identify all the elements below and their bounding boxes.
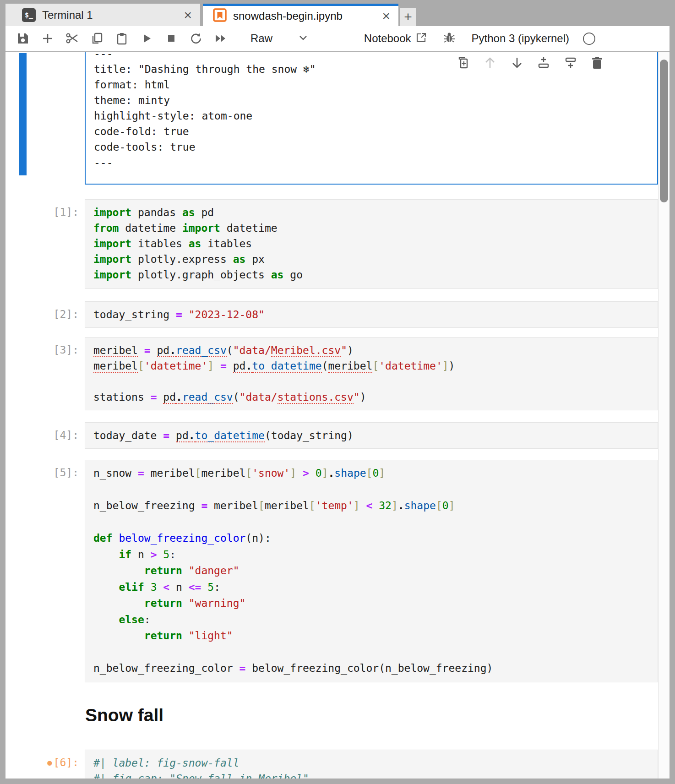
scrollbar-thumb[interactable] <box>660 60 668 202</box>
tab-notebook-label: snowdash-begin.ipynb <box>233 10 343 22</box>
cut-cells-button[interactable] <box>65 32 79 45</box>
markdown-heading[interactable]: Snow fall <box>85 705 163 725</box>
kernel-status-indicator[interactable] <box>583 33 595 45</box>
tab-terminal-label: Terminal 1 <box>42 9 93 22</box>
insert-above-icon <box>537 56 550 69</box>
chevron-down-icon[interactable] <box>299 34 307 43</box>
input-prompt: [3]: <box>5 342 79 358</box>
debugger-bug-icon[interactable] <box>443 32 455 45</box>
cell-toolbar <box>457 54 604 71</box>
scrollbar-track[interactable] <box>658 52 670 779</box>
code-cell-1-content: import pandas as pdfrom datetime import … <box>93 205 649 283</box>
cell-collapser[interactable] <box>19 53 27 175</box>
terminal-icon: $_ <box>22 8 36 22</box>
insert-cell-below-button[interactable] <box>564 56 577 70</box>
code-cell-5-content: n_snow = meribel[meribel['snow'] > 0].sh… <box>93 465 649 677</box>
duplicate-cell-button[interactable] <box>457 56 470 70</box>
kernel-name-button[interactable]: Python 3 (ipykernel) <box>472 32 569 45</box>
scissors-icon <box>65 32 79 45</box>
code-cell-4[interactable]: today_date = pd.to_datetime(today_string… <box>85 422 658 449</box>
move-cell-down-button[interactable] <box>510 56 524 70</box>
restart-icon <box>190 32 202 45</box>
notebook-view-button[interactable]: Notebook <box>364 32 411 45</box>
input-prompt-dirty: ●[6]: <box>5 755 79 770</box>
notebook-scroll-area: ---title: "Dashing through the snow ❄"fo… <box>5 52 670 779</box>
move-cell-up-button[interactable] <box>483 56 497 70</box>
close-tab-icon[interactable]: × <box>184 8 192 22</box>
input-prompt: [2]: <box>5 306 79 322</box>
code-cell-2-content: today_string = "2023-12-08" <box>93 307 649 322</box>
input-prompt: [1]: <box>5 204 79 220</box>
restart-run-all-button[interactable] <box>214 32 228 45</box>
paste-icon <box>115 32 128 45</box>
fast-forward-icon <box>214 32 227 45</box>
insert-below-icon <box>564 56 577 69</box>
trash-icon <box>591 56 603 69</box>
close-tab-icon[interactable]: × <box>382 9 390 23</box>
add-cell-button[interactable] <box>41 32 54 45</box>
duplicate-cell-icon <box>457 56 470 69</box>
run-button[interactable] <box>140 32 153 45</box>
input-prompt: [4]: <box>5 427 79 443</box>
code-cell-3[interactable]: meribel = pd.read_csv("data/Meribel.csv"… <box>85 337 658 410</box>
input-prompt: [5]: <box>5 465 79 480</box>
raw-cell-editor[interactable]: ---title: "Dashing through the snow ❄"fo… <box>85 52 658 185</box>
code-cell-5[interactable]: n_snow = meribel[meribel['snow'] > 0].sh… <box>85 460 658 682</box>
toolbar-right-group: Notebook Python 3 (ipykernel) <box>364 32 670 45</box>
code-cell-2[interactable]: today_string = "2023-12-08" <box>85 301 658 328</box>
save-button[interactable] <box>16 32 30 45</box>
plus-icon <box>41 32 54 45</box>
insert-cell-above-button[interactable] <box>537 56 550 70</box>
interrupt-kernel-button[interactable] <box>164 32 178 45</box>
code-cell-3-content: meribel = pd.read_csv("data/Meribel.csv"… <box>93 343 649 405</box>
code-cell-6-content: #| label: fig-snow-fall#| fig-cap: "Snow… <box>93 755 649 779</box>
copy-cells-button[interactable] <box>90 32 104 45</box>
delete-cell-button[interactable] <box>590 56 604 70</box>
stop-icon <box>165 33 177 44</box>
tab-terminal[interactable]: $_ Terminal 1 × <box>5 4 200 26</box>
notebook-file-icon <box>213 8 227 24</box>
arrow-down-icon <box>511 56 523 69</box>
cell-type-dropdown-value[interactable]: Raw <box>250 32 272 45</box>
modified-cell-dot: ● <box>47 758 52 767</box>
code-cell-1[interactable]: import pandas as pdfrom datetime import … <box>85 199 658 289</box>
restart-kernel-button[interactable] <box>189 32 203 45</box>
tab-notebook-active[interactable]: snowdash-begin.ipynb × <box>203 4 398 26</box>
paste-cells-button[interactable] <box>115 32 129 45</box>
arrow-up-icon <box>484 56 496 69</box>
run-icon <box>141 33 152 44</box>
code-cell-6[interactable]: #| label: fig-snow-fall#| fig-cap: "Snow… <box>85 750 658 779</box>
tab-bar: $_ Terminal 1 × snowdash-begin.ipynb × + <box>5 4 670 26</box>
copy-icon <box>91 32 103 45</box>
code-cell-4-content: today_date = pd.to_datetime(today_string… <box>93 428 649 443</box>
external-link-icon[interactable] <box>416 32 427 45</box>
notebook-toolbar: Raw Notebook Python 3 (ipykernel) <box>5 26 670 51</box>
save-icon <box>16 32 29 45</box>
new-tab-button[interactable]: + <box>400 8 416 26</box>
